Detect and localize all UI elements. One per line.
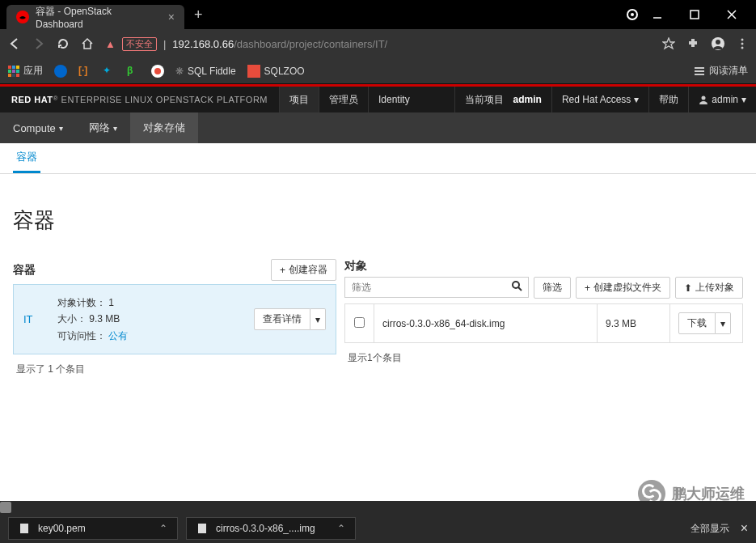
apps-button[interactable]: 应用 xyxy=(8,64,43,78)
nav-project[interactable]: 项目 xyxy=(279,87,319,112)
new-tab-button[interactable]: + xyxy=(194,6,203,23)
container-row-selected[interactable]: IT 对象计数： 1 大小： 9.3 MB 可访问性： 公有 查看详情 ▾ xyxy=(13,284,336,354)
secondary-nav: Compute▾ 网络▾ 对象存储 xyxy=(0,112,756,143)
svg-rect-25 xyxy=(20,524,28,533)
tab-close-icon[interactable]: × xyxy=(168,11,175,23)
chevron-up-icon[interactable]: ⌃ xyxy=(337,523,345,534)
home-button[interactable] xyxy=(81,37,95,50)
filter-input-wrapper xyxy=(344,277,529,299)
bookmark-item[interactable] xyxy=(151,65,164,78)
scrollbar-thumb[interactable] xyxy=(0,502,11,513)
search-icon[interactable] xyxy=(512,281,522,291)
download-item[interactable]: cirros-0.3.0-x86_....img ⌃ xyxy=(186,517,356,540)
svg-rect-1 xyxy=(691,11,699,19)
svg-rect-12 xyxy=(8,70,11,73)
objects-panel-title: 对象 xyxy=(344,259,367,274)
row-checkbox[interactable] xyxy=(354,317,365,328)
svg-point-8 xyxy=(741,47,744,49)
view-details-button[interactable]: 查看详情 xyxy=(254,308,310,330)
browser-tab[interactable]: 容器 - OpenStack Dashboard × xyxy=(6,5,184,29)
bookmark-item[interactable] xyxy=(54,65,67,78)
object-actions-dropdown[interactable]: ▾ xyxy=(716,312,731,334)
subnav-network[interactable]: 网络▾ xyxy=(76,112,130,143)
create-container-button[interactable]: +创建容器 xyxy=(271,259,336,281)
current-project[interactable]: 当前项目 admin xyxy=(454,87,551,112)
filter-button[interactable]: 筛选 xyxy=(534,277,571,299)
subnav-compute[interactable]: Compute▾ xyxy=(0,112,76,143)
nav-admin[interactable]: 管理员 xyxy=(319,87,368,112)
access-link[interactable]: 公有 xyxy=(108,330,128,341)
help-link[interactable]: 帮助 xyxy=(648,87,688,112)
extensions-icon[interactable] xyxy=(686,37,699,50)
container-actions-dropdown[interactable]: ▾ xyxy=(310,308,326,330)
menu-icon[interactable] xyxy=(737,38,748,49)
downloads-bar: key00.pem ⌃ cirros-0.3.0-x86_....img ⌃ 全… xyxy=(0,514,756,543)
user-menu[interactable]: admin▾ xyxy=(688,87,756,112)
back-button[interactable] xyxy=(8,37,23,50)
svg-rect-21 xyxy=(695,74,704,75)
browser-address-bar: ▲ 不安全 | 192.168.0.66/dashboard/project/c… xyxy=(0,29,756,58)
upload-object-button[interactable]: ⬆上传对象 xyxy=(675,277,743,299)
bookmark-item[interactable]: ✦ xyxy=(103,65,116,78)
chevron-up-icon[interactable]: ⌃ xyxy=(159,523,167,534)
svg-rect-13 xyxy=(12,70,15,73)
maximize-button[interactable] xyxy=(690,10,712,19)
containers-panel: 容器 +创建容器 IT 对象计数： 1 大小： 9.3 MB 可访问性： 公有 … xyxy=(13,259,336,384)
minimize-button[interactable] xyxy=(653,10,675,19)
container-name: IT xyxy=(23,313,48,325)
svg-point-5 xyxy=(716,40,720,45)
bookmark-sqlfiddle[interactable]: ❋SQL Fiddle xyxy=(175,66,236,77)
redhat-favicon xyxy=(16,11,29,23)
container-meta: 对象计数： 1 大小： 9.3 MB 可访问性： 公有 xyxy=(57,295,244,344)
container-actions: 查看详情 ▾ xyxy=(254,308,326,330)
bookmark-item[interactable]: [·] xyxy=(78,65,91,78)
svg-rect-17 xyxy=(16,74,19,77)
svg-rect-15 xyxy=(8,74,11,77)
filter-input[interactable] xyxy=(344,277,529,298)
account-indicator-icon[interactable] xyxy=(627,9,638,20)
svg-rect-20 xyxy=(695,70,704,72)
chevron-down-icon: ▾ xyxy=(113,124,117,133)
svg-rect-9 xyxy=(8,66,11,69)
tab-containers[interactable]: 容器 xyxy=(13,143,40,173)
reading-list-button[interactable]: 阅读清单 xyxy=(694,64,748,78)
upload-icon: ⬆ xyxy=(684,282,692,294)
bookmark-sqlzoo[interactable]: SQLZOO xyxy=(247,65,305,78)
nav-identity[interactable]: Identity xyxy=(368,87,420,112)
main-content: 容器 容器 +创建容器 IT 对象计数： 1 大小： 9.3 MB 可访问性： … xyxy=(0,174,756,397)
svg-rect-26 xyxy=(198,524,206,533)
chevron-down-icon: ▾ xyxy=(634,94,639,105)
download-item[interactable]: key00.pem ⌃ xyxy=(8,517,178,540)
star-icon[interactable] xyxy=(662,37,675,50)
svg-point-23 xyxy=(513,282,519,288)
svg-point-22 xyxy=(702,96,706,100)
profile-icon[interactable] xyxy=(711,36,725,51)
reload-button[interactable] xyxy=(57,37,71,50)
containers-summary: 显示了 1 个条目 xyxy=(13,354,336,384)
close-downloads-bar[interactable]: × xyxy=(741,521,748,536)
download-button[interactable]: 下载 xyxy=(678,312,716,334)
redhat-access-menu[interactable]: Red Hat Access▾ xyxy=(551,87,648,112)
show-all-downloads[interactable]: 全部显示 xyxy=(691,522,729,536)
caret-down-icon: ▾ xyxy=(720,318,725,329)
insecure-badge: 不安全 xyxy=(122,37,157,51)
url-field[interactable]: ▲ 不安全 | 192.168.0.66/dashboard/project/c… xyxy=(105,37,653,51)
brand-logo: RED HAT® ENTERPRISE LINUX OPENSTACK PLAT… xyxy=(0,95,279,104)
forward-button[interactable] xyxy=(32,37,47,50)
horizontal-scrollbar[interactable] xyxy=(0,501,756,514)
table-row: cirros-0.3.0-x86_64-disk.img 9.3 MB 下载 ▾ xyxy=(345,304,743,343)
create-folder-button[interactable]: +创建虚拟文件夹 xyxy=(576,277,670,299)
svg-rect-19 xyxy=(695,67,704,69)
object-name-cell: cirros-0.3.0-x86_64-disk.img xyxy=(374,304,598,343)
object-size-cell: 9.3 MB xyxy=(598,304,670,343)
close-window-button[interactable] xyxy=(727,10,750,19)
objects-summary: 显示1个条目 xyxy=(344,343,743,373)
chevron-down-icon: ▾ xyxy=(59,124,63,133)
subnav-object-storage[interactable]: 对象存储 xyxy=(130,112,198,143)
bookmark-item[interactable]: β xyxy=(127,65,140,78)
user-icon xyxy=(699,95,708,104)
svg-point-7 xyxy=(741,43,744,45)
page-tabs: 容器 xyxy=(0,143,756,174)
chevron-down-icon: ▾ xyxy=(741,94,746,105)
plus-icon: + xyxy=(585,282,590,294)
